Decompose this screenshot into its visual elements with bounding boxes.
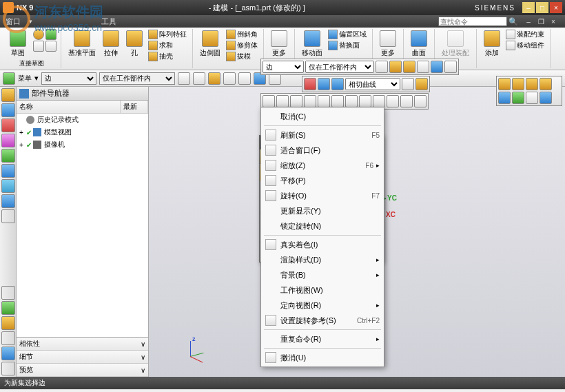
col-name[interactable]: 名称	[17, 101, 121, 113]
vtool-b[interactable]	[1, 301, 15, 315]
minimize-button[interactable]: –	[522, 2, 535, 13]
process-assembly-button[interactable]: 处理装配	[439, 29, 472, 59]
menu-item[interactable]: 更新显示(Y)	[261, 203, 384, 218]
section-preview[interactable]: 预览∨	[17, 364, 148, 377]
section-details[interactable]: 细节∨	[17, 351, 148, 364]
snap-12[interactable]	[414, 95, 427, 107]
ft-4[interactable]	[417, 61, 429, 73]
add-button[interactable]: 添加	[481, 29, 503, 59]
vtool-e[interactable]	[1, 347, 15, 360]
menu-tools[interactable]: 工具	[101, 17, 116, 27]
snap-1[interactable]	[263, 95, 275, 107]
pattern-feature-button[interactable]: 阵列特征	[147, 29, 188, 40]
surface-button[interactable]: 曲面	[408, 29, 430, 59]
snap-11[interactable]	[400, 95, 413, 107]
vtool-4[interactable]	[1, 134, 15, 147]
snap-5[interactable]	[318, 95, 330, 107]
assembly-constraint-button[interactable]: 装配约束	[504, 29, 546, 40]
doc-restore[interactable]: ❐	[535, 16, 547, 27]
vtool-d[interactable]	[1, 331, 15, 345]
vtool-7[interactable]	[1, 179, 15, 193]
snap-2[interactable]	[276, 95, 289, 107]
sketch-button[interactable]: 草图	[7, 29, 29, 59]
offset-region-button[interactable]: 偏置区域	[327, 29, 368, 40]
extrude-button[interactable]: 拉伸	[100, 29, 122, 59]
menu-item[interactable]: 缩放(Z)F6▸	[261, 158, 384, 173]
datum-plane-button[interactable]: 基准平面	[65, 29, 99, 59]
vtool-2[interactable]	[1, 103, 15, 117]
rt-6[interactable]	[512, 92, 524, 104]
rt-2[interactable]	[512, 78, 524, 90]
menu-item[interactable]: 渲染样式(D)▸	[261, 252, 384, 267]
line-icon[interactable]	[33, 41, 44, 52]
fc-4[interactable]	[415, 78, 428, 90]
plus-icon[interactable]	[45, 29, 56, 40]
menu-item[interactable]: 平移(P)	[261, 173, 384, 188]
close-button[interactable]: ×	[550, 2, 562, 13]
rt-3[interactable]	[526, 78, 538, 90]
menu-window[interactable]: 窗口	[6, 17, 21, 27]
menu-item[interactable]: 背景(B)▸	[261, 267, 384, 282]
tool-1[interactable]	[178, 72, 190, 85]
vtool-f[interactable]	[1, 362, 15, 375]
doc-minimize[interactable]: –	[522, 16, 535, 27]
menu-item[interactable]: 真实着色(I)	[261, 237, 384, 252]
tree-item-camera[interactable]: +✔ 摄像机	[17, 138, 148, 151]
vtool-c[interactable]	[1, 316, 15, 330]
hole-button[interactable]: 孔	[123, 29, 145, 59]
curve-filter[interactable]: 相切曲线	[345, 78, 400, 90]
fc-2[interactable]	[331, 78, 344, 90]
snap-3[interactable]	[290, 95, 302, 107]
menu-icon[interactable]	[3, 72, 15, 85]
menu-item[interactable]: 适合窗口(F)	[261, 143, 384, 158]
ft-1[interactable]	[376, 61, 388, 73]
snap-6[interactable]	[331, 95, 344, 107]
menu-item[interactable]: 锁定旋转(N)	[261, 218, 384, 234]
doc-close[interactable]: ×	[547, 16, 559, 27]
menu-item[interactable]: 重复命令(R)▸	[261, 331, 384, 347]
menu-label[interactable]: 菜单	[18, 74, 32, 83]
shell-button[interactable]: 抽壳	[147, 51, 188, 62]
replace-face-button[interactable]: 替换面	[327, 40, 368, 51]
draft-button[interactable]: 拔模	[225, 51, 259, 62]
tool-4[interactable]	[223, 72, 236, 85]
menu-item[interactable]: 取消(C)	[261, 109, 384, 124]
fc-3[interactable]	[402, 78, 414, 90]
fc-rect[interactable]	[304, 78, 316, 90]
snap-7[interactable]	[345, 95, 358, 107]
tool-5[interactable]	[238, 72, 251, 85]
ft-3[interactable]	[403, 61, 415, 73]
circle-icon[interactable]	[33, 29, 44, 40]
fc-1[interactable]	[318, 78, 330, 90]
vtool-3[interactable]	[1, 118, 15, 132]
arc-icon[interactable]	[45, 41, 56, 52]
menu-item[interactable]: 刷新(S)F5	[261, 127, 384, 143]
snap-9[interactable]	[373, 95, 385, 107]
more-button-2[interactable]: 更多	[377, 29, 399, 59]
more-button-1[interactable]: 更多	[268, 29, 290, 59]
col-latest[interactable]: 最新	[121, 101, 148, 113]
move-face-button[interactable]: 移动面	[299, 29, 325, 59]
vtool-8[interactable]	[1, 194, 15, 208]
snap-8[interactable]	[359, 95, 371, 107]
chamfer-button[interactable]: 倒斜角	[225, 29, 259, 40]
ft-2[interactable]	[389, 61, 402, 73]
menu-item[interactable]: 撤消(U)	[261, 350, 384, 365]
vtool-9[interactable]	[1, 209, 15, 223]
tool-3[interactable]	[208, 72, 220, 85]
menu-item[interactable]: 工作视图(W)	[261, 282, 384, 298]
rt-1[interactable]	[498, 78, 511, 90]
vtool-a[interactable]	[1, 286, 15, 300]
snap-4[interactable]	[304, 95, 316, 107]
unite-button[interactable]: 求和	[147, 40, 188, 51]
tool-2[interactable]	[193, 72, 205, 85]
tree-item-model-view[interactable]: +✔ 模型视图	[17, 126, 148, 138]
snap-10[interactable]	[387, 95, 399, 107]
edge-blend-button[interactable]: 边倒圆	[197, 29, 223, 59]
rt-5[interactable]	[498, 92, 511, 104]
menu-item[interactable]: 旋转(O)F7	[261, 188, 384, 203]
vtool-1[interactable]	[1, 88, 15, 102]
menu-item[interactable]: 设置旋转参考(S)Ctrl+F2	[261, 313, 384, 328]
menu-item[interactable]: 定向视图(R)▸	[261, 298, 384, 313]
move-component-button[interactable]: 移动组件	[504, 40, 546, 51]
